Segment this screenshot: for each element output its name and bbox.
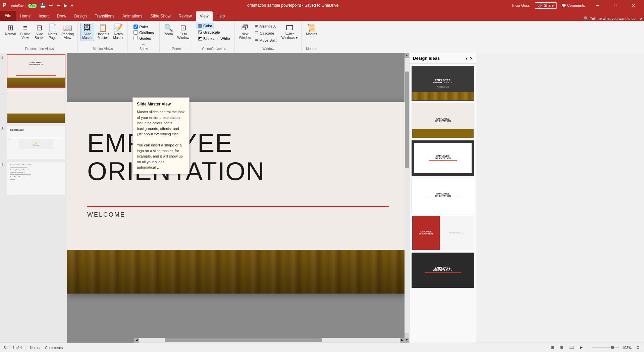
fit-slide-btn[interactable]: ⊡ (635, 345, 641, 350)
design-theme-2[interactable]: EMPLOYEEORIENTATION (412, 103, 474, 138)
move-split-button[interactable]: ⊕ Move Split (253, 37, 279, 43)
scroll-track (405, 58, 409, 333)
view-slideshow-btn[interactable]: ▶ (579, 345, 584, 350)
grayscale-button[interactable]: Grayscale (196, 29, 222, 35)
view-sorter-btn[interactable]: ⊟ (559, 345, 565, 350)
customize-qat-button[interactable]: ▾ (69, 2, 74, 9)
fit-to-window-button[interactable]: ⊡ Fit toWindow (176, 23, 191, 41)
scroll-left-btn[interactable]: ◀ (134, 338, 139, 343)
presentation-views-group: ⊞ Normal ≡ OutlineView ⊟ SlideSorter 📄 N… (1, 21, 78, 52)
design-panel-close[interactable]: ✕ (470, 56, 473, 61)
tab-insert[interactable]: Insert (35, 11, 53, 21)
macros-button[interactable]: 📜 Macros (304, 23, 319, 37)
design-theme-4[interactable]: EMPLOYEEORIENTATION (412, 178, 474, 213)
gridlines-checkbox[interactable]: Gridlines (133, 30, 154, 35)
notes-master-button[interactable]: 📝 NotesMaster (112, 23, 125, 41)
scroll-right-btn[interactable]: ▶ (400, 338, 405, 343)
horizontal-scrollbar[interactable]: ◀ ▶ (134, 338, 405, 343)
slide-thumb-4[interactable]: 4 Employee Roles and Responsibilities ──… (1, 162, 65, 195)
title-bar: P AutoSave On 💾 ↩ ↪ ▶ ▾ orientation samp… (0, 0, 644, 11)
slide-sorter-button[interactable]: ⊟ SlideSorter (33, 23, 46, 41)
scroll-down-btn[interactable]: ▼ (405, 338, 409, 343)
slide-thumb-3[interactable]: 3 PAKZDECK, LLC 🌟Welcome (1, 126, 65, 159)
tab-slideshow[interactable]: Slide Show (146, 11, 174, 21)
comments-title-button[interactable]: 💬 Comments (559, 3, 587, 8)
undo-button[interactable]: ↩ (48, 2, 54, 9)
gridlines-check[interactable] (133, 30, 138, 35)
tab-file[interactable]: File (0, 11, 16, 21)
view-normal-btn[interactable]: ⊞ (550, 345, 555, 350)
autosave-state[interactable]: On (28, 4, 37, 8)
slide-thumb-1[interactable]: 1 EMPLOYEEORIENTATION (1, 54, 65, 88)
zoom-buttons: 🔍 Zoom ⊡ Fit toWindow (162, 23, 191, 46)
guides-checkbox[interactable]: Guides (133, 36, 154, 41)
design-theme-5[interactable]: EMPLOYEEORIENTATION PAKZDECK LLC (412, 215, 474, 251)
vertical-scrollbar[interactable]: ▲ ▼ (405, 53, 409, 343)
color-button[interactable]: Color (196, 23, 214, 29)
presentation-button[interactable]: ▶ (62, 2, 69, 9)
design-theme-6[interactable]: EMPLOYEEORIENTATION (412, 253, 474, 288)
save-button[interactable]: 💾 (39, 2, 47, 9)
slide-thumb-2[interactable]: 2 (1, 90, 65, 124)
ribbon-collapse-btn[interactable]: ∧ (638, 16, 644, 21)
new-window-button[interactable]: 🗗 NewWindow (237, 23, 253, 41)
tab-design[interactable]: Design (70, 11, 91, 21)
zoom-button[interactable]: 🔍 Zoom (162, 23, 175, 37)
tab-help[interactable]: Help (213, 11, 229, 21)
comments-status-btn[interactable]: Comments (44, 345, 64, 350)
window-buttons-top: 🗗 NewWindow ⊞ Arrange All ❐ Cascade ⊕ Mo… (237, 23, 300, 46)
grayscale-swatch (198, 30, 202, 34)
cascade-icon: ❐ (255, 31, 258, 35)
ruler-check[interactable] (133, 25, 138, 29)
black-white-button[interactable]: Black and White (196, 36, 232, 42)
restore-button[interactable]: □ (608, 0, 623, 11)
search-tell-me[interactable]: 🔍 Tell me what you want to do (581, 16, 638, 21)
tab-transitions[interactable]: Transitions (91, 11, 118, 21)
color-grayscale-group: Color Grayscale Black and White Color/Gr… (194, 21, 234, 52)
design-theme-1[interactable]: EMPLOYEEORIENTATION PAKZDECK LLC (412, 66, 474, 101)
view-reading-btn[interactable]: 📖 (568, 345, 575, 350)
cascade-button[interactable]: ❐ Cascade (253, 30, 279, 36)
reading-icon: 📖 (63, 24, 72, 32)
scroll-up-btn[interactable]: ▲ (405, 53, 409, 58)
show-checkboxes: Ruler Gridlines Guides (130, 23, 157, 42)
arrange-all-button[interactable]: ⊞ Arrange All (253, 23, 279, 29)
zoom-slider[interactable] (592, 347, 619, 348)
tab-view[interactable]: View (196, 11, 213, 21)
minimize-button[interactable]: ─ (590, 0, 605, 11)
slide-img-4: Employee Roles and Responsibilities ────… (7, 162, 65, 195)
tooltip-title: Slide Master View (137, 101, 185, 107)
redo-button[interactable]: ↪ (55, 2, 62, 9)
slide-num-4: 4 (1, 163, 5, 167)
autosave-toggle[interactable]: AutoSave On (10, 2, 38, 9)
guides-check[interactable] (133, 36, 138, 40)
dt6-line (425, 272, 462, 273)
show-more-btn[interactable]: ⋯ (142, 43, 145, 46)
slide-master-button[interactable]: 🖼 SlideMaster (80, 23, 94, 41)
thumb1-floor (7, 78, 65, 87)
close-button[interactable]: ✕ (626, 0, 641, 11)
outline-view-button[interactable]: ≡ OutlineView (18, 23, 32, 41)
normal-view-button[interactable]: ⊞ Normal (3, 23, 17, 37)
tab-home[interactable]: Home (16, 11, 35, 21)
notes-page-button[interactable]: 📄 NotesPage (46, 23, 59, 41)
main-slide[interactable]: EMPLOYEE ORIENTATION WELCOME (67, 102, 409, 294)
macros-icon: 📜 (307, 24, 316, 32)
status-bar-left: Slide 1 of 4 | Notes Comments (3, 345, 64, 351)
reading-view-button[interactable]: 📖 ReadingView (60, 23, 75, 41)
slide-preview-4: Employee Roles and Responsibilities ────… (7, 162, 65, 194)
zoom-label: Zoom (172, 46, 181, 51)
notes-status-btn[interactable]: Notes (29, 345, 41, 350)
ruler-checkbox[interactable]: Ruler (133, 24, 154, 29)
tab-animations[interactable]: Animations (118, 11, 146, 21)
tab-review[interactable]: Review (174, 11, 196, 21)
window-small-btns: ⊞ Arrange All ❐ Cascade ⊕ Move Split (253, 23, 279, 43)
share-button[interactable]: 🔗 Share (535, 2, 556, 9)
dt1-floor (412, 92, 474, 100)
design-panel-dropdown[interactable]: ▾ (466, 56, 468, 61)
handout-master-button[interactable]: 📋 HandoutMaster (95, 23, 111, 41)
tab-draw[interactable]: Draw (53, 11, 70, 21)
user-name: Tricia Goss (511, 3, 530, 7)
switch-windows-button[interactable]: 🗖 SwitchWindows ▾ (280, 23, 299, 41)
design-theme-3[interactable]: EMPLOYEEORIENTATION (412, 140, 474, 176)
